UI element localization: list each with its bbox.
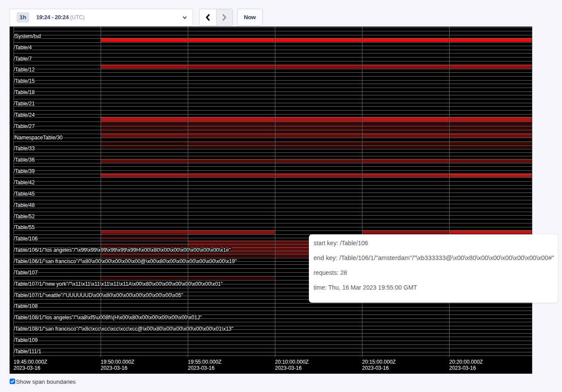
svg-text:/Table/108/1/"san francisco"/": /Table/108/1/"san francisco"/"\x8c\xcc\x… [14,326,234,332]
svg-text:2023-03-16: 2023-03-16 [362,365,389,372]
svg-text:/Table/36: /Table/36 [14,157,35,163]
svg-text:/Table/107/1/"new york"/"\x11\: /Table/107/1/"new york"/"\x11\x11\x11\x1… [14,281,223,287]
svg-text:/Table/42: /Table/42 [14,179,35,186]
svg-text:20:15:00.000Z: 20:15:00.000Z [362,359,396,365]
svg-text:/Table/12: /Table/12 [14,67,35,73]
svg-text:/Table/33: /Table/33 [14,146,35,152]
svg-text:/Table/106/1/"los angeles"/"\x: /Table/106/1/"los angeles"/"\x99\x99\x99… [14,247,231,253]
svg-text:/Table/27: /Table/27 [14,123,35,129]
svg-text:20:20:00.000Z: 20:20:00.000Z [449,359,483,365]
svg-text:/NamespaceTable/30: /NamespaceTable/30 [14,135,63,141]
svg-text:19:50:00.000Z: 19:50:00.000Z [101,359,134,365]
svg-text:2023-03-16: 2023-03-16 [14,365,41,372]
svg-text:/Table/106/1/"san francisco"/": /Table/106/1/"san francisco"/"\x80\x00\x… [14,258,237,264]
svg-text:20:10:00.000Z: 20:10:00.000Z [275,359,308,365]
svg-text:/Table/7: /Table/7 [14,56,32,62]
svg-text:/Table/24: /Table/24 [14,112,35,118]
svg-text:/Table/21: /Table/21 [14,101,35,107]
svg-text:/Table/107: /Table/107 [14,270,38,276]
svg-text:/Table/108: /Table/108 [14,304,38,310]
svg-text:/Table/109: /Table/109 [14,337,38,343]
svg-text:/Table/55: /Table/55 [14,225,35,231]
svg-text:/Table/48: /Table/48 [14,202,35,208]
svg-text:/Table/15: /Table/15 [14,78,35,84]
svg-text:2023-03-16: 2023-03-16 [275,365,302,372]
svg-text:/Table/39: /Table/39 [14,168,35,174]
svg-text:19:45:00.000Z: 19:45:00.000Z [14,359,47,365]
svg-text:/Table/108/1/"los angeles"/"\x: /Table/108/1/"los angeles"/"\xa8\xf5\u00… [14,315,202,321]
svg-text:2023-03-16: 2023-03-16 [188,365,215,372]
svg-text:2023-03-16: 2023-03-16 [101,365,128,372]
svg-text:2023-03-16: 2023-03-16 [449,365,476,372]
svg-text:/Table/52: /Table/52 [14,213,35,220]
svg-text:/Table/106: /Table/106 [14,236,38,242]
svg-text:/Table/18: /Table/18 [14,89,35,95]
svg-text:19:55:00.000Z: 19:55:00.000Z [188,359,221,365]
svg-text:/Table/4: /Table/4 [14,44,32,51]
svg-text:/Table/107/1/"seattle"/"UUUUUU: /Table/107/1/"seattle"/"UUUUUUD\x00\x80\… [14,292,183,298]
svg-text:/Table/111/1: /Table/111/1 [14,348,41,355]
svg-text:/Table/45: /Table/45 [14,191,35,197]
svg-text:/System/tsd: /System/tsd [14,33,41,39]
